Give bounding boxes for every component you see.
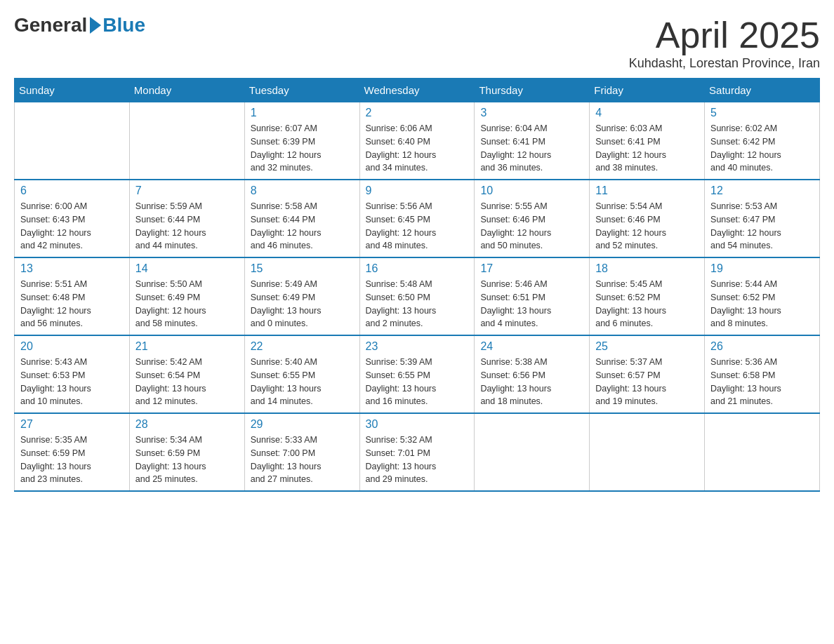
calendar-cell: 15Sunrise: 5:49 AM Sunset: 6:49 PM Dayli… (244, 257, 359, 335)
logo-arrow-icon (90, 17, 101, 34)
calendar-cell: 9Sunrise: 5:56 AM Sunset: 6:45 PM Daylig… (359, 180, 475, 257)
day-info: Sunrise: 5:51 AM Sunset: 6:48 PM Dayligh… (20, 278, 124, 330)
calendar-cell: 4Sunrise: 6:03 AM Sunset: 6:41 PM Daylig… (590, 102, 705, 180)
weekday-header-wednesday: Wednesday (359, 79, 475, 102)
calendar-cell: 30Sunrise: 5:32 AM Sunset: 7:01 PM Dayli… (359, 413, 475, 491)
calendar-cell: 14Sunrise: 5:50 AM Sunset: 6:49 PM Dayli… (129, 257, 244, 335)
calendar-cell: 26Sunrise: 5:36 AM Sunset: 6:58 PM Dayli… (705, 335, 820, 413)
day-info: Sunrise: 5:36 AM Sunset: 6:58 PM Dayligh… (710, 356, 814, 408)
weekday-header-sunday: Sunday (15, 79, 130, 102)
day-number: 5 (710, 107, 814, 119)
day-number: 21 (135, 340, 239, 353)
calendar-cell: 19Sunrise: 5:44 AM Sunset: 6:52 PM Dayli… (705, 257, 820, 335)
weekday-header-friday: Friday (590, 79, 705, 102)
weekday-header-monday: Monday (129, 79, 244, 102)
day-info: Sunrise: 5:38 AM Sunset: 6:56 PM Dayligh… (480, 356, 583, 408)
day-number: 11 (595, 185, 699, 197)
calendar-cell (705, 413, 820, 491)
calendar-cell: 23Sunrise: 5:39 AM Sunset: 6:55 PM Dayli… (359, 335, 475, 413)
day-number: 17 (480, 262, 583, 275)
calendar-cell: 28Sunrise: 5:34 AM Sunset: 6:59 PM Dayli… (129, 413, 244, 491)
day-number: 25 (595, 340, 699, 353)
calendar-cell: 21Sunrise: 5:42 AM Sunset: 6:54 PM Dayli… (129, 335, 244, 413)
page-header: General Blue April 2025 Kuhdasht, Lorest… (14, 14, 820, 71)
day-number: 7 (135, 185, 239, 197)
day-info: Sunrise: 5:58 AM Sunset: 6:44 PM Dayligh… (251, 200, 354, 253)
day-number: 16 (366, 262, 469, 275)
calendar-week-row: 6Sunrise: 6:00 AM Sunset: 6:43 PM Daylig… (15, 180, 820, 257)
day-info: Sunrise: 5:43 AM Sunset: 6:53 PM Dayligh… (20, 356, 124, 408)
day-number: 4 (595, 107, 699, 119)
day-number: 2 (366, 107, 469, 119)
calendar-cell: 13Sunrise: 5:51 AM Sunset: 6:48 PM Dayli… (15, 257, 130, 335)
calendar-cell: 7Sunrise: 5:59 AM Sunset: 6:44 PM Daylig… (129, 180, 244, 257)
day-info: Sunrise: 6:04 AM Sunset: 6:41 PM Dayligh… (480, 122, 583, 175)
day-info: Sunrise: 5:33 AM Sunset: 7:00 PM Dayligh… (251, 434, 354, 486)
day-number: 27 (20, 418, 124, 431)
day-info: Sunrise: 5:55 AM Sunset: 6:46 PM Dayligh… (480, 200, 583, 253)
weekday-header-thursday: Thursday (475, 79, 590, 102)
day-info: Sunrise: 5:35 AM Sunset: 6:59 PM Dayligh… (20, 434, 124, 486)
day-number: 18 (595, 262, 699, 275)
calendar-cell: 16Sunrise: 5:48 AM Sunset: 6:50 PM Dayli… (359, 257, 475, 335)
calendar-week-row: 13Sunrise: 5:51 AM Sunset: 6:48 PM Dayli… (15, 257, 820, 335)
calendar-cell (475, 413, 590, 491)
calendar-cell: 20Sunrise: 5:43 AM Sunset: 6:53 PM Dayli… (15, 335, 130, 413)
day-info: Sunrise: 5:50 AM Sunset: 6:49 PM Dayligh… (135, 278, 239, 330)
day-number: 29 (251, 418, 354, 431)
calendar-cell: 11Sunrise: 5:54 AM Sunset: 6:46 PM Dayli… (590, 180, 705, 257)
day-number: 22 (251, 340, 354, 353)
calendar-cell: 22Sunrise: 5:40 AM Sunset: 6:55 PM Dayli… (244, 335, 359, 413)
day-number: 23 (366, 340, 469, 353)
day-number: 13 (20, 262, 124, 275)
day-number: 1 (251, 107, 354, 119)
calendar-cell: 1Sunrise: 6:07 AM Sunset: 6:39 PM Daylig… (244, 102, 359, 180)
day-info: Sunrise: 5:46 AM Sunset: 6:51 PM Dayligh… (480, 278, 583, 330)
day-number: 24 (480, 340, 583, 353)
day-number: 3 (480, 107, 583, 119)
day-info: Sunrise: 5:48 AM Sunset: 6:50 PM Dayligh… (366, 278, 469, 330)
day-info: Sunrise: 5:56 AM Sunset: 6:45 PM Dayligh… (366, 200, 469, 253)
calendar-cell: 2Sunrise: 6:06 AM Sunset: 6:40 PM Daylig… (359, 102, 475, 180)
day-info: Sunrise: 5:44 AM Sunset: 6:52 PM Dayligh… (710, 278, 814, 330)
calendar-cell: 27Sunrise: 5:35 AM Sunset: 6:59 PM Dayli… (15, 413, 130, 491)
calendar-cell: 5Sunrise: 6:02 AM Sunset: 6:42 PM Daylig… (705, 102, 820, 180)
day-number: 14 (135, 262, 239, 275)
day-number: 12 (710, 185, 814, 197)
day-info: Sunrise: 6:02 AM Sunset: 6:42 PM Dayligh… (710, 122, 814, 175)
weekday-header-saturday: Saturday (705, 79, 820, 102)
calendar-cell: 18Sunrise: 5:45 AM Sunset: 6:52 PM Dayli… (590, 257, 705, 335)
calendar-table: SundayMondayTuesdayWednesdayThursdayFrid… (14, 78, 820, 492)
day-info: Sunrise: 5:42 AM Sunset: 6:54 PM Dayligh… (135, 356, 239, 408)
day-info: Sunrise: 5:40 AM Sunset: 6:55 PM Dayligh… (251, 356, 354, 408)
day-info: Sunrise: 5:32 AM Sunset: 7:01 PM Dayligh… (366, 434, 469, 486)
calendar-cell: 17Sunrise: 5:46 AM Sunset: 6:51 PM Dayli… (475, 257, 590, 335)
day-info: Sunrise: 6:00 AM Sunset: 6:43 PM Dayligh… (20, 200, 124, 253)
month-title: April 2025 (629, 14, 820, 56)
day-number: 26 (710, 340, 814, 353)
calendar-week-row: 20Sunrise: 5:43 AM Sunset: 6:53 PM Dayli… (15, 335, 820, 413)
calendar-cell (129, 102, 244, 180)
logo-blue-text: Blue (102, 14, 145, 36)
day-number: 30 (366, 418, 469, 431)
logo: General Blue (14, 14, 145, 36)
weekday-header-tuesday: Tuesday (244, 79, 359, 102)
day-number: 15 (251, 262, 354, 275)
day-number: 20 (20, 340, 124, 353)
calendar-cell (590, 413, 705, 491)
weekday-header-row: SundayMondayTuesdayWednesdayThursdayFrid… (15, 79, 820, 102)
logo-general-text: General (14, 14, 87, 36)
day-number: 28 (135, 418, 239, 431)
calendar-cell (15, 102, 130, 180)
calendar-cell: 3Sunrise: 6:04 AM Sunset: 6:41 PM Daylig… (475, 102, 590, 180)
calendar-week-row: 1Sunrise: 6:07 AM Sunset: 6:39 PM Daylig… (15, 102, 820, 180)
day-info: Sunrise: 5:37 AM Sunset: 6:57 PM Dayligh… (595, 356, 699, 408)
day-number: 9 (366, 185, 469, 197)
calendar-cell: 8Sunrise: 5:58 AM Sunset: 6:44 PM Daylig… (244, 180, 359, 257)
calendar-cell: 29Sunrise: 5:33 AM Sunset: 7:00 PM Dayli… (244, 413, 359, 491)
calendar-cell: 12Sunrise: 5:53 AM Sunset: 6:47 PM Dayli… (705, 180, 820, 257)
calendar-cell: 10Sunrise: 5:55 AM Sunset: 6:46 PM Dayli… (475, 180, 590, 257)
day-info: Sunrise: 6:07 AM Sunset: 6:39 PM Dayligh… (251, 122, 354, 175)
day-info: Sunrise: 5:34 AM Sunset: 6:59 PM Dayligh… (135, 434, 239, 486)
day-info: Sunrise: 5:54 AM Sunset: 6:46 PM Dayligh… (595, 200, 699, 253)
